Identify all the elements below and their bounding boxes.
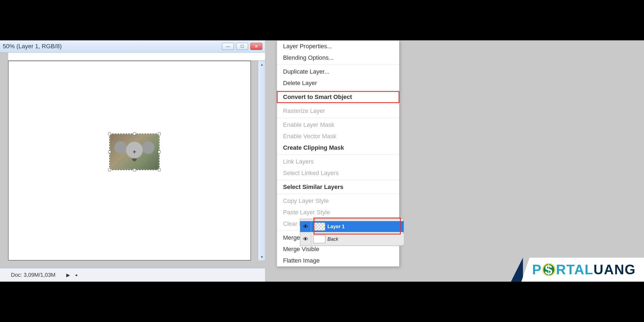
menu-separator [277,118,399,118]
handle-top-center[interactable] [133,133,136,135]
canvas-area: ▴ ▾ [0,53,265,268]
doc-size-label: Doc: 3,09M/1,03M [0,272,55,278]
layer-thumbnail[interactable] [313,235,325,243]
watermark: P $ RTAL UANG [511,258,644,282]
handle-top-right[interactable] [158,133,161,135]
menu-item-enable-layer-mask: Enable Layer Mask [277,119,399,131]
menu-item-select-linked-layers: Select Linked Layers [277,167,399,179]
menu-separator [277,104,399,104]
menu-item-convert-to-smart-object[interactable]: Convert to Smart Object [277,91,399,103]
vertical-scrollbar[interactable]: ▴ ▾ [258,61,265,260]
transform-selection[interactable] [110,134,159,170]
handle-middle-left[interactable] [108,151,111,153]
letterbox-top [0,0,644,40]
layers-panel[interactable]: 👁 Layer 1 👁 Back [300,219,404,246]
hscroll-left-icon[interactable]: ◂ [75,272,77,278]
layer-row-background[interactable]: 👁 Back [300,234,404,245]
menu-item-delete-layer[interactable]: Delete Layer [277,77,399,89]
document-window: 50% (Layer 1, RGB/8) — ☐ ✕ ▴ ▾ [0,40,265,282]
menu-item-link-layers: Link Layers [277,156,399,167]
canvas[interactable] [8,61,251,260]
titlebar[interactable]: 50% (Layer 1, RGB/8) — ☐ ✕ [0,40,265,53]
minimize-button[interactable]: — [222,43,234,50]
watermark-text: P $ RTAL UANG [529,258,644,282]
ruler-top [8,53,265,61]
menu-separator [277,90,399,90]
menu-item-copy-layer-style: Copy Layer Style [277,195,399,207]
handle-top-left[interactable] [108,133,111,135]
letterbox-bottom [0,282,644,322]
handle-bottom-right[interactable] [158,168,161,171]
menu-item-duplicate-layer[interactable]: Duplicate Layer... [277,66,399,77]
visibility-eye-icon[interactable]: 👁 [300,221,311,232]
maximize-button[interactable]: ☐ [236,43,248,50]
menu-item-create-clipping-mask[interactable]: Create Clipping Mask [277,142,399,154]
layer-thumbnail[interactable] [313,222,325,231]
menu-item-layer-properties[interactable]: Layer Properties... [277,41,399,52]
layer-name[interactable]: Back [327,236,338,242]
handle-bottom-left[interactable] [108,168,111,171]
menu-item-paste-layer-style: Paste Layer Style [277,207,399,218]
app-content: 50% (Layer 1, RGB/8) — ☐ ✕ ▴ ▾ [0,40,644,282]
menu-separator [277,180,399,180]
layer-row-selected[interactable]: 👁 Layer 1 [300,221,404,232]
menu-separator [277,155,399,155]
status-bar: Doc: 3,09M/1,03M ▶ ◂ [0,268,265,282]
menu-item-rasterize-layer: Rasterize Layer [277,105,399,117]
visibility-eye-icon[interactable]: 👁 [300,234,311,245]
menu-item-enable-vector-mask: Enable Vector Mask [277,131,399,142]
scroll-down-icon[interactable]: ▾ [258,253,265,260]
scroll-up-icon[interactable]: ▴ [258,61,265,68]
menu-separator [277,65,399,65]
watermark-letter: RTAL [556,262,594,278]
watermark-accent [521,258,529,282]
menu-item-blending-options[interactable]: Blending Options... [277,52,399,64]
handle-middle-right[interactable] [158,151,161,153]
watermark-letter: UANG [594,262,636,278]
layer-name[interactable]: Layer 1 [327,224,345,230]
menu-item-flatten-image[interactable]: Flatten Image [277,255,399,266]
coin-icon: $ [542,263,555,276]
watermark-letter: P [532,262,542,278]
close-button[interactable]: ✕ [250,43,262,50]
window-title: 50% (Layer 1, RGB/8) [0,43,222,50]
status-flyout-icon[interactable]: ▶ [66,272,70,278]
menu-item-select-similar-layers[interactable]: Select Similar Layers [277,181,399,193]
menu-separator [277,194,399,194]
transform-center-icon[interactable] [133,150,136,154]
handle-bottom-center[interactable] [133,168,136,171]
